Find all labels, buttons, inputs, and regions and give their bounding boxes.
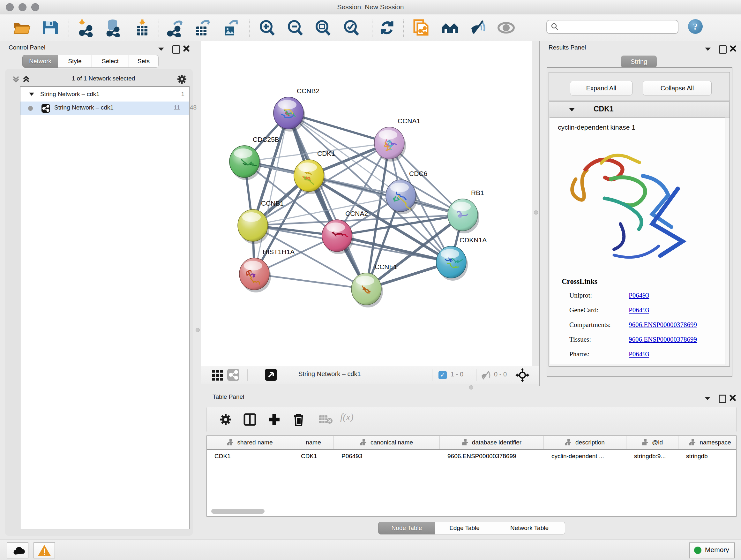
pan-crosshair-icon[interactable]	[515, 368, 529, 382]
collapse-all-chevron-icon[interactable]	[12, 75, 20, 84]
search-input[interactable]	[561, 21, 674, 32]
node-table[interactable]: shared namenamecanonical namedatabase id…	[206, 435, 737, 516]
export-network-file-icon[interactable]	[166, 19, 184, 37]
share-view-icon[interactable]	[227, 369, 239, 381]
tab-string[interactable]: String	[621, 56, 657, 68]
export-table-file-icon[interactable]	[194, 19, 212, 37]
column-header-description[interactable]: description	[544, 436, 626, 449]
node-CCNB1[interactable]: CCNB1	[238, 199, 284, 244]
table-cell[interactable]: CDK1	[293, 449, 334, 463]
table-cell[interactable]: 9606.ENSP00000378699	[440, 449, 544, 463]
table-cell[interactable]: stringdb	[678, 449, 737, 463]
tab-style[interactable]: Style	[58, 55, 92, 68]
birdseye-grid-icon[interactable]	[212, 370, 223, 381]
selected-nodes-checkbox-icon[interactable]: ✓	[439, 371, 447, 379]
node-CCNB2[interactable]: CCNB2	[273, 87, 320, 132]
tab-select[interactable]: Select	[92, 55, 129, 68]
export-image-icon[interactable]	[222, 19, 240, 37]
expand-all-button[interactable]: Expand All	[570, 81, 632, 96]
control-panel-close-icon[interactable]	[183, 45, 190, 52]
first-neighbors-houses-icon[interactable]	[441, 19, 459, 37]
table-row[interactable]: CDK1CDK1P064939606.ENSP00000378699cyclin…	[207, 449, 737, 463]
tab-network-table[interactable]: Network Table	[494, 522, 565, 535]
control-panel-float-icon[interactable]	[158, 47, 165, 52]
table-panel-close-icon[interactable]	[730, 395, 736, 401]
tab-network[interactable]: Network	[22, 55, 58, 68]
control-panel: Control Panel NetworkStyleSelectSets 1 o…	[0, 41, 201, 540]
delete-column-trash-icon[interactable]	[292, 412, 305, 427]
cloud-button[interactable]	[7, 543, 28, 558]
tab-node-table[interactable]: Node Table	[378, 522, 435, 535]
zoom-out-icon[interactable]	[286, 19, 305, 37]
results-panel-float-icon[interactable]	[704, 47, 711, 52]
tab-sets[interactable]: Sets	[129, 55, 158, 68]
node-label-CDK1: CDK1	[317, 150, 335, 157]
zoom-in-icon[interactable]	[259, 19, 276, 37]
collection-expand-arrow-icon[interactable]	[29, 92, 35, 97]
help-icon[interactable]: ?	[688, 19, 703, 34]
search-field[interactable]	[546, 20, 678, 34]
zoom-selected-icon[interactable]	[343, 19, 360, 37]
memory-button[interactable]: Memory	[689, 543, 735, 558]
control-panel-maximize-icon[interactable]	[172, 45, 180, 54]
network-options-gear-icon[interactable]	[177, 74, 187, 84]
create-column-plus-icon[interactable]	[267, 413, 281, 426]
network-collection-row[interactable]: String Network – cdk1 1	[20, 88, 189, 102]
right-splitter-handle[interactable]	[534, 210, 538, 214]
column-header--id[interactable]: @id	[626, 436, 678, 449]
edge-CCNB2-CCNE1[interactable]	[288, 113, 366, 289]
node-RB1[interactable]: RB1	[448, 189, 484, 233]
node-label-CDC6: CDC6	[409, 170, 427, 177]
expand-all-chevron-icon[interactable]	[22, 75, 30, 84]
crosslink-value-link[interactable]: P06493	[629, 350, 649, 358]
crosslink-value-link[interactable]: 9606.ENSP00000378699	[629, 321, 697, 329]
clone-network-icon[interactable]	[412, 19, 430, 37]
save-session-icon[interactable]	[41, 19, 59, 37]
vertical-splitter[interactable]	[532, 41, 539, 366]
table-panel-float-icon[interactable]	[704, 396, 711, 401]
results-panel-maximize-icon[interactable]	[719, 45, 727, 54]
table-cell[interactable]: P06493	[334, 449, 440, 463]
node-CDKN1A[interactable]: CDKN1A	[436, 236, 487, 281]
column-header-shared-name[interactable]: shared name	[207, 436, 293, 449]
table-cell[interactable]: stringdb:9...	[626, 449, 678, 463]
node-HIST1H1A[interactable]: HIST1H1A	[239, 248, 294, 293]
show-details-eye-icon[interactable]	[497, 19, 515, 37]
gene-collapse-arrow-icon[interactable]	[569, 107, 575, 112]
results-scrollbar[interactable]	[725, 118, 729, 364]
show-columns-icon[interactable]	[243, 413, 257, 426]
node-CCNA1[interactable]: CCNA1	[374, 117, 420, 162]
crosslink-value-link[interactable]: 9606.ENSP00000378699	[629, 335, 697, 344]
warnings-button[interactable]	[33, 543, 55, 558]
network-graph[interactable]: CCNB2CCNA1CDC25BCDK1CDC6RB1CCNB1CCNA2CDK…	[201, 41, 532, 366]
gene-section-header[interactable]: CDK1	[549, 102, 730, 118]
hide-selected-eye-slash-icon[interactable]	[469, 19, 487, 37]
tab-edge-table[interactable]: Edge Table	[435, 522, 494, 535]
open-file-icon[interactable]	[13, 19, 30, 37]
import-network-database-icon[interactable]	[105, 19, 122, 37]
column-header-database-identifier[interactable]: database identifier	[440, 436, 544, 449]
network-row-selected[interactable]: String Network – cdk1 11 48	[20, 102, 189, 115]
network-view-canvas[interactable]: CCNB2CCNA1CDC25BCDK1CDC6RB1CCNB1CCNA2CDK…	[201, 41, 532, 366]
open-in-window-icon[interactable]	[265, 369, 277, 381]
edge-HIST1H1A-CCNE1[interactable]	[254, 274, 366, 289]
left-splitter-handle[interactable]	[196, 328, 200, 332]
import-network-file-icon[interactable]	[77, 19, 95, 37]
zoom-fit-icon[interactable]	[314, 19, 332, 37]
import-table-file-icon[interactable]	[133, 19, 151, 37]
search-icon	[551, 23, 559, 31]
table-cell[interactable]: cyclin-dependent ...	[544, 449, 626, 463]
table-options-gear-icon[interactable]	[219, 414, 232, 426]
table-panel-maximize-icon[interactable]	[719, 395, 726, 403]
table-cell[interactable]: CDK1	[207, 449, 293, 463]
column-header-name[interactable]: name	[293, 436, 334, 449]
crosslink-value-link[interactable]: P06493	[629, 292, 649, 300]
table-hscrollbar-thumb[interactable]	[211, 509, 265, 514]
column-header-canonical-name[interactable]: canonical name	[334, 436, 440, 449]
collapse-all-button[interactable]: Collapse All	[643, 81, 712, 96]
bottom-splitter-handle[interactable]	[469, 385, 473, 389]
column-header-namespace[interactable]: namespace	[678, 436, 737, 449]
results-panel-close-icon[interactable]	[730, 45, 736, 52]
crosslink-value-link[interactable]: P06493	[629, 306, 649, 314]
refresh-view-icon[interactable]	[378, 19, 396, 37]
